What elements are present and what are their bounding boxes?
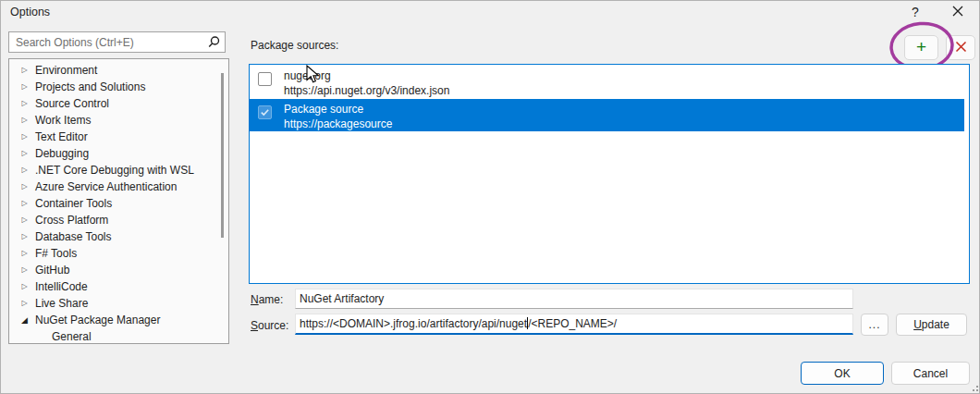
search-icon <box>207 35 221 52</box>
tree-item-label: Debugging <box>35 145 89 162</box>
chevron-right-icon[interactable]: ▷ <box>19 228 30 245</box>
update-button-label: Update <box>913 318 949 331</box>
tree-item-net-core-debugging-wsl[interactable]: ▷.NET Core Debugging with WSL <box>9 162 228 179</box>
close-button[interactable] <box>948 3 968 21</box>
tree-item-github[interactable]: ▷GitHub <box>9 262 228 278</box>
tree-item-live-share[interactable]: ▷Live Share <box>9 295 228 312</box>
source-name: Package source <box>284 102 392 117</box>
search-input[interactable] <box>9 32 205 52</box>
x-icon <box>955 41 967 55</box>
chevron-right-icon[interactable]: ▷ <box>19 62 30 79</box>
chevron-right-icon[interactable]: ▷ <box>19 129 30 145</box>
chevron-right-icon[interactable]: ▷ <box>19 112 30 129</box>
tree-item-source-control[interactable]: ▷Source Control <box>9 95 228 112</box>
tree-item-label: F# Tools <box>35 245 77 262</box>
name-label: Name: <box>251 293 283 306</box>
chevron-right-icon[interactable]: ▷ <box>19 145 30 162</box>
tree-item-projects-and-solutions[interactable]: ▷Projects and Solutions <box>9 79 228 95</box>
source-label: Source: <box>251 319 288 332</box>
package-sources-label: Package sources: <box>251 39 338 52</box>
tree-item-label: Container Tools <box>35 195 112 212</box>
checkbox-checked[interactable] <box>258 105 272 119</box>
check-icon <box>260 107 270 117</box>
package-sources-list: nuget.org https://api.nuget.org/v3/index… <box>249 64 970 284</box>
help-button[interactable]: ? <box>905 3 925 21</box>
tree-item-label: Projects and Solutions <box>35 79 145 95</box>
ok-button[interactable]: OK <box>801 362 884 385</box>
chevron-expanded-icon[interactable]: ◢ <box>19 312 30 328</box>
name-input[interactable] <box>295 289 853 309</box>
tree-item-work-items[interactable]: ▷Work Items <box>9 112 228 129</box>
chevron-right-icon[interactable]: ▷ <box>19 79 30 95</box>
add-source-button[interactable]: + <box>904 35 938 60</box>
chevron-right-icon[interactable]: ▷ <box>19 295 30 312</box>
ok-button-label: OK <box>834 367 850 380</box>
source-value-after-caret: /<REPO_NAME>/ <box>528 317 617 330</box>
tree-item-label: Work Items <box>35 112 91 129</box>
source-value-before-caret: https://<DOMAIN>.jfrog.io/artifactory/ap… <box>300 317 527 330</box>
tree-item-text-editor[interactable]: ▷Text Editor <box>9 129 228 145</box>
source-url: https://packagesource <box>284 117 392 131</box>
tree-item-nuget-package-manager[interactable]: ◢NuGet Package Manager <box>9 312 228 328</box>
search-box <box>8 31 226 53</box>
resize-grip[interactable] <box>971 384 978 391</box>
options-tree: ▷Environment ▷Projects and Solutions ▷So… <box>8 58 229 344</box>
chevron-right-icon[interactable]: ▷ <box>19 262 30 278</box>
tree-item-label: NuGet Package Manager <box>35 312 160 328</box>
tree-item-label: IntelliCode <box>35 278 88 295</box>
browse-button[interactable]: ... <box>861 314 888 336</box>
tree-item-label: Live Share <box>35 295 88 312</box>
tree-item-intellicode[interactable]: ▷IntelliCode <box>9 278 228 295</box>
tree-item-label: Cross Platform <box>35 212 108 228</box>
tree-item-label: General <box>52 328 92 344</box>
tree-item-label: Text Editor <box>35 129 88 145</box>
tree-item-database-tools[interactable]: ▷Database Tools <box>9 228 228 245</box>
source-name: nuget.org <box>284 68 449 83</box>
close-icon <box>952 6 963 19</box>
cancel-button-label: Cancel <box>913 367 948 380</box>
plus-icon: + <box>916 37 926 57</box>
chevron-right-icon[interactable]: ▷ <box>19 195 30 212</box>
tree-item-label: Source Control <box>35 95 109 112</box>
cancel-button[interactable]: Cancel <box>891 362 970 385</box>
source-url: https://api.nuget.org/v3/index.json <box>284 83 449 98</box>
help-icon: ? <box>912 5 919 19</box>
browse-button-label: ... <box>868 318 880 331</box>
source-row-nuget-org[interactable]: nuget.org https://api.nuget.org/v3/index… <box>250 65 969 99</box>
chevron-right-icon[interactable]: ▷ <box>19 212 30 228</box>
chevron-right-icon[interactable]: ▷ <box>19 95 30 112</box>
tree-item-fsharp-tools[interactable]: ▷F# Tools <box>9 245 228 262</box>
tree-scrollbar-thumb[interactable] <box>221 73 224 238</box>
chevron-right-icon[interactable]: ▷ <box>19 245 30 262</box>
tree-item-container-tools[interactable]: ▷Container Tools <box>9 195 228 212</box>
titlebar: Options ? <box>1 1 979 25</box>
tree-item-general[interactable]: ▷General <box>9 328 228 344</box>
tree-item-azure-service-authentication[interactable]: ▷Azure Service Authentication <box>9 179 228 195</box>
tree-item-label: Environment <box>35 62 97 79</box>
update-button[interactable]: Update <box>896 314 967 336</box>
tree-item-label: Database Tools <box>35 228 112 245</box>
chevron-right-icon[interactable]: ▷ <box>19 162 30 179</box>
tree-item-environment[interactable]: ▷Environment <box>9 62 228 79</box>
chevron-right-icon[interactable]: ▷ <box>19 278 30 295</box>
source-input[interactable]: https://<DOMAIN>.jfrog.io/artifactory/ap… <box>295 314 853 335</box>
chevron-right-icon[interactable]: ▷ <box>19 179 30 195</box>
checkbox-unchecked[interactable] <box>258 72 272 86</box>
options-dialog: Options ? ▷Environment ▷Projects and Sol… <box>0 0 980 394</box>
tree-item-label: Azure Service Authentication <box>35 179 177 195</box>
tree-item-cross-platform[interactable]: ▷Cross Platform <box>9 212 228 228</box>
window-title: Options <box>10 6 50 18</box>
source-row-package-source[interactable]: Package source https://packagesource <box>250 99 964 131</box>
tree-item-debugging[interactable]: ▷Debugging <box>9 145 228 162</box>
tree-item-label: GitHub <box>35 262 69 278</box>
tree-item-label: .NET Core Debugging with WSL <box>35 162 194 179</box>
remove-source-button[interactable] <box>946 35 975 60</box>
